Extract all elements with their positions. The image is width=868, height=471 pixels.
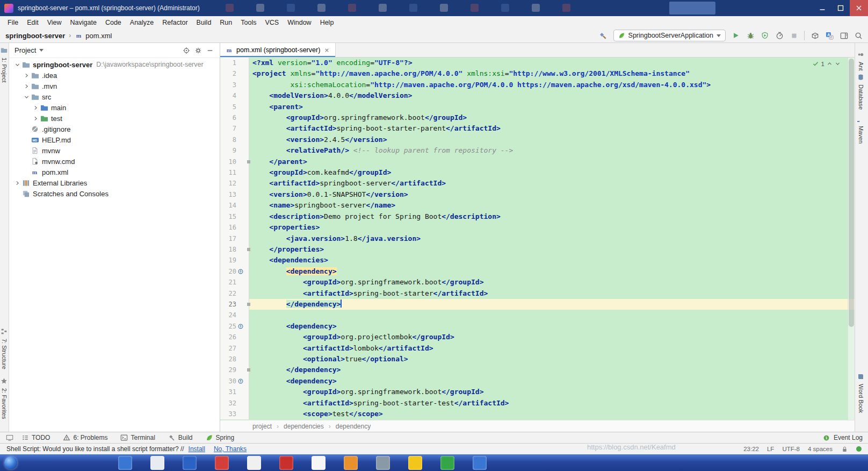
layout-button[interactable] [840,31,848,40]
close-tab-icon[interactable] [323,47,330,53]
tool-button-structure[interactable]: 7: Structure [1,327,8,369]
tree-item--mvn[interactable]: .mvn [9,81,220,91]
code-line[interactable]: 3 xsi:schemaLocation="http://maven.apach… [220,80,855,90]
minimize-button[interactable] [813,0,831,16]
tool-window-button-6-problems[interactable]: 6: Problems [63,434,107,441]
code-line[interactable]: 25 <dependency> [220,321,855,332]
code-line[interactable]: 27 <artifactId>lombok</artifactId> [220,343,855,354]
inspections-widget[interactable]: 1 [812,60,841,67]
tree-item--idea[interactable]: .idea [9,70,220,81]
tree-item--gitignore[interactable]: .gitignore [9,124,220,134]
code-line[interactable]: 15 <description>Demo project for Spring … [220,211,855,222]
tool-button-word-book[interactable]: Word Book [857,372,864,413]
menu-item-code[interactable]: Code [101,16,126,28]
code-line[interactable]: 24 [220,310,855,320]
tree-chevron-icon[interactable] [13,62,21,68]
breadcrumb-dependency[interactable]: dependency [336,423,371,430]
debug-button[interactable] [746,31,755,40]
lock-icon[interactable] [841,445,848,453]
tree-item-mvnw-cmd[interactable]: mvnw.cmd [9,156,220,167]
taskbar-app-icon[interactable] [440,456,454,470]
menu-item-view[interactable]: View [43,16,66,28]
stop-button[interactable] [790,31,798,40]
breadcrumb-project[interactable]: project [252,423,272,430]
tree-chevron-icon[interactable] [13,180,21,186]
locate-file-button[interactable] [182,46,191,55]
taskbar-app-icon[interactable] [118,456,132,470]
chevron-down-icon[interactable] [39,49,44,52]
taskbar-app-icon[interactable] [344,456,358,470]
code-line[interactable]: 31 <groupId>org.springframework.boot</gr… [220,387,855,397]
tool-window-button-spring[interactable]: Spring [206,434,235,441]
dependency-gutter-icon[interactable] [236,266,245,277]
editor-scrollbar[interactable] [848,58,855,420]
tool-button-ant[interactable]: Ant [857,50,864,71]
taskbar-app-icon[interactable] [247,456,261,470]
breadcrumb-dependencies[interactable]: dependencies [284,423,324,430]
code-line[interactable]: 16 <properties> [220,222,855,233]
tree-item-help-md[interactable]: MDHELP.md [9,134,220,145]
tool-window-switcher-icon[interactable] [5,433,14,442]
taskbar-app-icon[interactable] [376,456,390,470]
code-line[interactable]: 10 </parent> [220,156,855,167]
code-line[interactable]: 17 <java.version>1.8</java.version> [220,233,855,244]
taskbar-app-icon[interactable] [150,456,164,470]
code-line[interactable]: 28 <optional>true</optional> [220,354,855,365]
code-line[interactable]: 13 <version>0.0.1-SNAPSHOT</version> [220,189,855,200]
code-line[interactable]: 29 </dependency> [220,365,855,375]
event-log-button[interactable]: 1 Event Log [822,433,863,442]
menu-item-analyze[interactable]: Analyze [126,16,158,28]
code-line[interactable]: 33 <scope>test</scope> [220,409,855,419]
menu-item-run[interactable]: Run [215,16,236,28]
code-line[interactable]: 11 <groupId>com.keafmd</groupId> [220,167,855,178]
settings-gear-icon[interactable] [194,46,202,55]
taskbar-app-icon[interactable] [473,456,487,470]
code-line[interactable]: 26 <groupId>org.projectlombok</groupId> [220,332,855,342]
profiler-button[interactable] [775,31,784,40]
scrollbar-thumb[interactable] [849,59,854,327]
tree-chevron-icon[interactable] [23,73,31,78]
search-everywhere-button[interactable] [854,31,863,40]
no-thanks-link[interactable]: No, Thanks [214,445,247,453]
close-button[interactable] [850,0,868,16]
code-line[interactable]: 5 <parent> [220,102,855,112]
taskbar-app-icon[interactable] [183,456,197,470]
dependency-gutter-icon[interactable] [236,376,245,387]
hide-panel-button[interactable] [206,46,214,55]
maximize-button[interactable] [831,0,850,16]
run-button[interactable] [732,31,740,40]
menu-item-vcs[interactable]: VCS [261,16,283,28]
menu-item-tools[interactable]: Tools [236,16,261,28]
project-panel-title[interactable]: Project [15,46,36,54]
tree-chevron-icon[interactable] [23,94,31,100]
code-line[interactable]: 4 <modelVersion>4.0.0</modelVersion> [220,90,855,101]
tree-chevron-icon[interactable] [32,116,40,122]
indent-widget[interactable]: 4 spaces [808,446,833,452]
code-line[interactable]: 2<project xmlns="http://maven.apache.org… [220,68,855,79]
taskbar-app-icon[interactable] [215,456,229,470]
tree-chevron-icon[interactable] [32,105,40,111]
install-link[interactable]: Install [189,445,205,453]
breadcrumb-file[interactable]: pom.xml [85,32,112,40]
code-line[interactable]: 12 <artifactId>springboot-server</artifa… [220,178,855,189]
prev-issue-button[interactable] [827,61,833,67]
menu-item-build[interactable]: Build [192,16,216,28]
tree-item-test[interactable]: test [9,113,220,124]
coverage-button[interactable] [761,31,769,40]
menu-item-navigate[interactable]: Navigate [66,16,101,28]
code-line[interactable]: 30 <dependency> [220,376,855,387]
taskbar-app-icon[interactable] [312,456,326,470]
tool-window-button-build[interactable]: Build [168,434,193,441]
editor-tab[interactable]: m pom.xml (springboot-server) [220,43,336,57]
menu-item-file[interactable]: File [3,16,23,28]
next-issue-button[interactable] [835,61,841,67]
tool-window-button-terminal[interactable]: Terminal [120,434,155,441]
status-indicator-icon[interactable] [856,446,862,452]
code-line[interactable]: 19 <dependencies> [220,255,855,266]
code-line[interactable]: 22 <artifactId>spring-boot-starter</arti… [220,288,855,299]
code-line[interactable]: 14 <name>springboot-server</name> [220,200,855,211]
taskbar-app-icon[interactable] [408,456,422,470]
menu-item-help[interactable]: Help [316,16,338,28]
tree-item-main[interactable]: main [9,102,220,113]
code-line[interactable]: 23 </dependency> [220,299,855,310]
